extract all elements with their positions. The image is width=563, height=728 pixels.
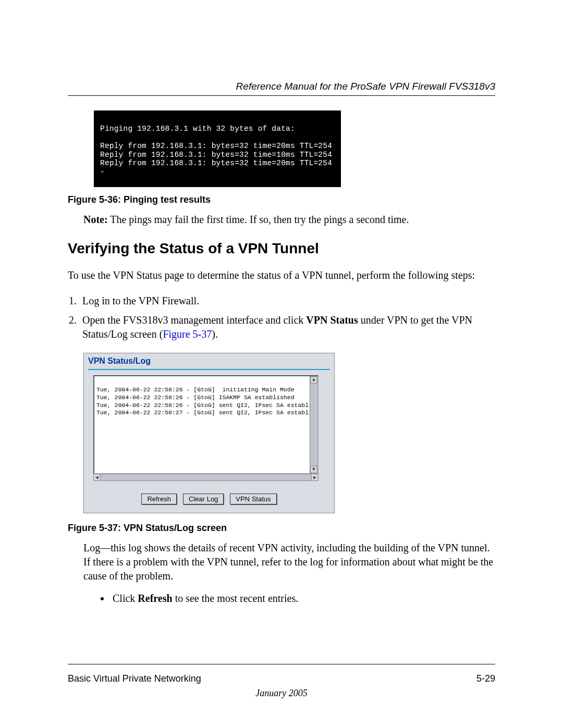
terminal-line: Reply from 192.168.3.1: bytes=32 time=10… <box>100 151 332 159</box>
scroll-left-icon[interactable]: ◄ <box>93 474 101 481</box>
vpn-status-panel: VPN Status/Log Tue, 2004-06-22 22:58:26 … <box>83 353 335 513</box>
footer-date: January 2005 <box>0 688 563 699</box>
footer-page-number: 5-29 <box>476 673 495 684</box>
note-text: The pings may fail the first time. If so… <box>108 214 409 225</box>
step-2-text-e: ). <box>212 328 218 340</box>
footer-left: Basic Virtual Private Networking <box>68 673 201 684</box>
note-label: Note: <box>83 214 108 225</box>
log-line: Tue, 2004-06-22 22:58:26 - [GtoG] ISAKMP… <box>96 394 295 401</box>
log-line: Tue, 2004-06-22 22:58:27 - [GtoG] sent Q… <box>96 409 319 416</box>
bullet-1-c: to see the most recent entries. <box>173 593 299 604</box>
step-1: Log in to the VPN Firewall. <box>79 294 495 308</box>
bullet-list: Click Refresh to see the most recent ent… <box>99 591 495 606</box>
log-box-wrap: Tue, 2004-06-22 22:58:26 - [GtoG] initia… <box>93 375 330 481</box>
terminal-line: Pinging 192.168.3.1 with 32 bytes of dat… <box>100 125 295 133</box>
scroll-up-icon[interactable]: ▲ <box>310 376 317 384</box>
log-line: Tue, 2004-06-22 22:58:26 - [GtoG] sent Q… <box>96 402 319 409</box>
step-2: Open the FVS318v3 management interface a… <box>79 313 495 341</box>
scroll-right-icon[interactable]: ► <box>311 474 319 481</box>
horizontal-scrollbar[interactable]: ◄ ► <box>93 474 319 481</box>
bullet-1-a: Click <box>113 593 138 604</box>
steps-list: Log in to the VPN Firewall. Open the FVS… <box>68 294 495 341</box>
vpn-button-row: Refresh Clear Log VPN Status <box>84 484 334 513</box>
footer-row: Basic Virtual Private Networking 5-29 <box>68 673 495 684</box>
log-description: Log—this log shows the details of recent… <box>83 541 495 583</box>
terminal-line: Reply from 192.168.3.1: bytes=32 time=20… <box>100 142 332 150</box>
page-header-title: Reference Manual for the ProSafe VPN Fir… <box>68 81 495 92</box>
ping-terminal: Pinging 192.168.3.1 with 32 bytes of dat… <box>94 110 341 187</box>
vpn-panel-divider <box>88 369 330 370</box>
figure-5-37-link[interactable]: Figure 5-37 <box>163 328 212 340</box>
figure-36-caption: Figure 5-36: Pinging test results <box>68 194 495 205</box>
figure-37-caption: Figure 5-37: VPN Status/Log screen <box>68 523 495 534</box>
terminal-line: Reply from 192.168.3.1: bytes=32 time=20… <box>100 159 332 167</box>
header-rule <box>68 95 495 96</box>
note-line: Note: The pings may fail the first time.… <box>83 213 495 227</box>
vpn-log-textarea[interactable]: Tue, 2004-06-22 22:58:26 - [GtoG] initia… <box>93 375 319 474</box>
refresh-button[interactable]: Refresh <box>141 493 177 504</box>
bullet-1-bold: Refresh <box>138 593 172 604</box>
footer-rule <box>68 664 495 664</box>
intro-paragraph: To use the VPN Status page to determine … <box>68 268 495 282</box>
section-heading: Verifying the Status of a VPN Tunnel <box>68 240 495 257</box>
vpn-panel-title: VPN Status/Log <box>84 353 334 368</box>
vertical-scrollbar[interactable]: ▲ ▼ <box>310 376 317 473</box>
step-2-bold: VPN Status <box>306 314 358 326</box>
vpn-status-button[interactable]: VPN Status <box>230 493 276 504</box>
bullet-1: Click Refresh to see the most recent ent… <box>111 591 495 606</box>
scroll-down-icon[interactable]: ▼ <box>310 466 317 473</box>
clear-log-button[interactable]: Clear Log <box>183 493 224 504</box>
log-line: Tue, 2004-06-22 22:58:26 - [GtoG] initia… <box>96 386 295 393</box>
step-2-text-a: Open the FVS318v3 management interface a… <box>82 314 306 326</box>
